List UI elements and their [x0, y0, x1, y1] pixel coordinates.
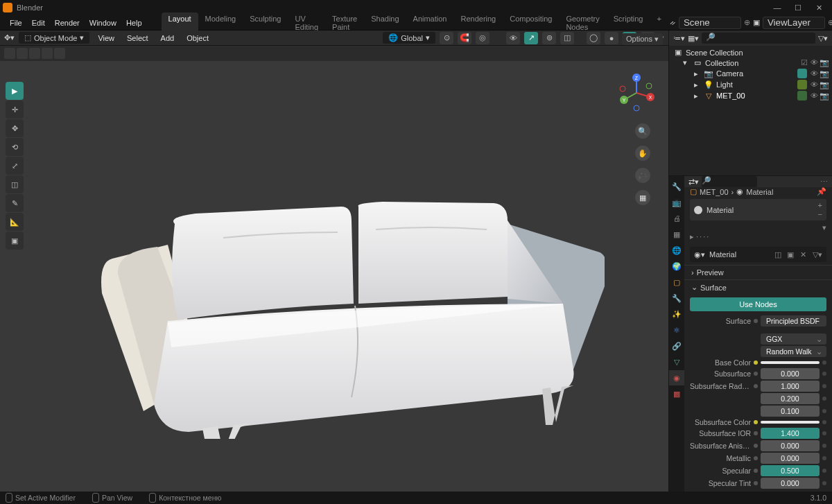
hdr-select[interactable]: Select: [123, 33, 153, 44]
menu-file[interactable]: File: [6, 17, 26, 28]
prop-search[interactable]: 🔎: [702, 176, 757, 187]
ptab-mesh[interactable]: ▽: [669, 354, 684, 370]
ptab-world[interactable]: 🌍: [669, 259, 684, 274]
addcube-tool[interactable]: ▣: [6, 232, 24, 250]
socket-dot[interactable]: [754, 372, 758, 376]
ptab-output[interactable]: 🖨: [669, 211, 684, 226]
minimize-button[interactable]: —: [767, 3, 788, 12]
scene-input[interactable]: [679, 17, 741, 29]
menu-window[interactable]: Window: [85, 17, 121, 28]
ptab-physics[interactable]: ⚛: [669, 322, 684, 338]
material-slot[interactable]: Material + −: [690, 199, 826, 220]
overlay2-toggle[interactable]: ⊚: [542, 32, 556, 44]
subsurf-ior-field[interactable]: 1.400: [761, 428, 820, 439]
mat-new[interactable]: ▽▾: [813, 250, 822, 259]
subsurf-radius-3[interactable]: 0.100: [761, 406, 820, 417]
viewport-canvas[interactable]: Z X Y 🔍 ✋ 🎥 ▦ ▶ ✛ ✥ ⟲ ⤢ ◫ ✎ 📐: [0, 61, 668, 492]
outliner-item-light[interactable]: ▸💡 Light 👁📷: [669, 79, 832, 90]
prop-options[interactable]: ⋯: [820, 177, 828, 186]
outliner-search[interactable]: 🔎: [702, 33, 815, 44]
snap-button[interactable]: 🧲: [458, 32, 471, 44]
crumb-object[interactable]: MET_00: [700, 188, 729, 196]
editor-type-icon[interactable]: ✥▾: [4, 33, 15, 42]
nav-gizmo[interactable]: Z X Y: [617, 73, 656, 112]
gizmo-toggle[interactable]: ↗: [524, 32, 538, 44]
outliner-display-icon[interactable]: ▦▾: [688, 34, 699, 43]
overlay-toggle[interactable]: 👁: [506, 32, 520, 44]
material-name-field[interactable]: ◉▾Material ◫ ▣ ✕ ▽▾: [690, 247, 826, 262]
scene-new-button[interactable]: ⊕: [744, 18, 750, 27]
metallic-field[interactable]: 0.000: [761, 453, 820, 464]
workspace-tab[interactable]: Modeling: [198, 12, 243, 33]
ptab-tool[interactable]: 🔧: [669, 179, 684, 194]
subsurf-color-field[interactable]: [761, 421, 820, 424]
select-mode-2[interactable]: [17, 48, 28, 59]
subsurface-field[interactable]: 0.000: [761, 368, 820, 379]
base-color-field[interactable]: [761, 361, 820, 364]
ptab-render[interactable]: 📺: [669, 195, 684, 210]
proportional-button[interactable]: ◎: [476, 32, 489, 44]
outliner-root[interactable]: ▣Scene Collection: [669, 47, 832, 58]
specular-tint-field[interactable]: 0.000: [761, 478, 820, 489]
slot-remove[interactable]: −: [818, 210, 822, 218]
subsurf-radius-2[interactable]: 0.200: [761, 393, 820, 404]
surface-shader-dropdown[interactable]: Principled BSDF: [761, 315, 826, 327]
socket-dot[interactable]: [754, 384, 758, 388]
mat-browse[interactable]: ◫: [772, 249, 783, 260]
mat-copy[interactable]: ▣: [785, 249, 796, 260]
perspective-button[interactable]: ▦: [635, 190, 650, 205]
socket-dot[interactable]: [754, 481, 758, 485]
move-tool[interactable]: ✥: [6, 119, 24, 137]
sofa-model[interactable]: [64, 148, 605, 439]
socket-dot[interactable]: [754, 456, 758, 460]
hdr-view[interactable]: View: [94, 33, 119, 44]
workspace-tab[interactable]: Sculpting: [243, 12, 288, 33]
workspace-tab-layout[interactable]: Layout: [162, 12, 198, 33]
cursor-tool[interactable]: ✛: [6, 101, 24, 119]
select-mode-1[interactable]: [4, 48, 15, 59]
pivot-button[interactable]: ⊙: [440, 32, 453, 44]
measure-tool[interactable]: 📐: [6, 213, 24, 231]
options-button[interactable]: Options ▾: [622, 33, 663, 45]
viewlayer-input[interactable]: [763, 17, 825, 29]
subsurf-method-dropdown[interactable]: Random Walk⌄: [761, 346, 826, 357]
subsurf-radius-1[interactable]: 1.000: [761, 381, 820, 392]
hdr-object[interactable]: Object: [182, 33, 213, 44]
menu-help[interactable]: Help: [122, 17, 146, 28]
ptab-particles[interactable]: ✨: [669, 306, 684, 322]
select-mode-3[interactable]: [29, 48, 40, 59]
socket-dot[interactable]: [754, 360, 758, 365]
hdr-add[interactable]: Add: [157, 33, 179, 44]
crumb-material[interactable]: Material: [746, 188, 773, 196]
outliner-filter-icon[interactable]: ▽▾: [818, 34, 828, 43]
socket-dot[interactable]: [754, 469, 758, 473]
workspace-tab[interactable]: Animation: [406, 12, 454, 33]
shading-solid[interactable]: ●: [605, 32, 618, 44]
ptab-scene[interactable]: 🌐: [669, 243, 684, 258]
distribution-dropdown[interactable]: GGX⌄: [761, 333, 826, 345]
mode-dropdown[interactable]: ⬚Object Mode▾: [19, 32, 89, 44]
viewlayer-new-button[interactable]: ⊕: [828, 18, 832, 27]
zoom-button[interactable]: 🔍: [635, 123, 650, 139]
socket-dot[interactable]: [754, 431, 758, 435]
prop-type-icon[interactable]: ⇄▾: [688, 177, 699, 186]
add-workspace-button[interactable]: +: [650, 12, 668, 33]
ptab-constraint[interactable]: 🔗: [669, 338, 684, 354]
select-mode-4[interactable]: [42, 48, 53, 59]
viewport[interactable]: ✥▾ ⬚Object Mode▾ View Select Add Object …: [0, 31, 668, 492]
pan-button[interactable]: ✋: [635, 146, 650, 161]
outliner-item-met00[interactable]: ▸▽ MET_00 👁📷: [669, 90, 832, 101]
workspace-tab[interactable]: Rendering: [453, 12, 503, 33]
orientation-dropdown[interactable]: 🌐Global▾: [383, 32, 435, 44]
ptab-object[interactable]: ▢: [669, 275, 684, 290]
ptab-texture[interactable]: ▩: [669, 386, 684, 401]
workspace-tab[interactable]: Texture Paint: [325, 12, 364, 33]
socket-dot[interactable]: [754, 420, 758, 424]
specular-field[interactable]: 0.500: [761, 465, 820, 476]
slot-expand[interactable]: ▸ ····: [684, 232, 832, 244]
ptab-viewlayer[interactable]: ▦: [669, 227, 684, 242]
workspace-tab[interactable]: Shading: [364, 12, 406, 33]
socket-dot[interactable]: [754, 444, 758, 448]
use-nodes-button[interactable]: Use Nodes: [690, 297, 826, 311]
menu-render[interactable]: Render: [51, 17, 84, 28]
